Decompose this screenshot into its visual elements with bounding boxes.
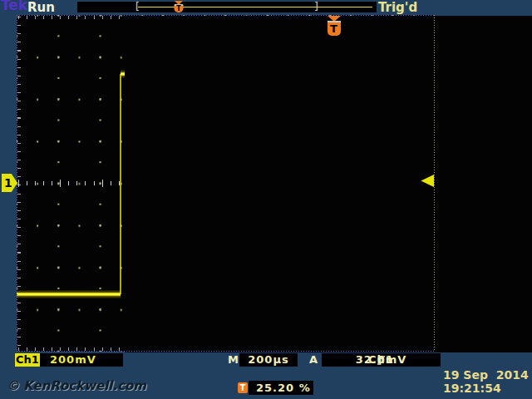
main-timebase-readout: 200µs <box>239 353 298 367</box>
record-line <box>138 7 372 7</box>
trigger-readout: Ch1 32.0mV <box>322 353 441 367</box>
screen-border-right <box>434 15 435 352</box>
date: 19 Sep 2014 <box>443 368 529 382</box>
trigger-t-icon: T <box>238 382 248 393</box>
main-timebase-label: M <box>228 353 239 367</box>
trigger-t-icon: T <box>328 21 341 36</box>
oscilloscope-display: Tek Run Trig'd [ ] T T 1 Ch1 <box>0 0 532 399</box>
trigger-level: 32.0mV <box>356 353 407 367</box>
record-view-bar: [ ] T <box>77 2 377 12</box>
trigger-status: Trig'd <box>378 0 417 15</box>
acquire-trigger-label: A <box>309 353 318 367</box>
trigger-position-readout: 25.20 % <box>249 381 313 395</box>
scope-screen: T <box>17 15 435 352</box>
channel1-ground-marker: 1 <box>2 174 17 192</box>
ch1-scale-readout: 200mV <box>40 353 123 367</box>
trigger-t-icon: T <box>175 4 184 12</box>
record-left-bracket: [ <box>134 1 140 12</box>
record-right-bracket: ] <box>313 1 320 12</box>
acquisition-status: Run <box>27 0 55 15</box>
screen-border-bottom <box>17 351 435 352</box>
time: 19:21:54 <box>443 382 501 395</box>
ch1-badge: Ch1 <box>15 353 40 367</box>
tek-logo: Tek <box>1 0 27 13</box>
trigger-position-marker: T <box>125 16 532 352</box>
screen-border-top <box>17 15 435 16</box>
watermark: © KenRockwell.com <box>7 378 146 393</box>
